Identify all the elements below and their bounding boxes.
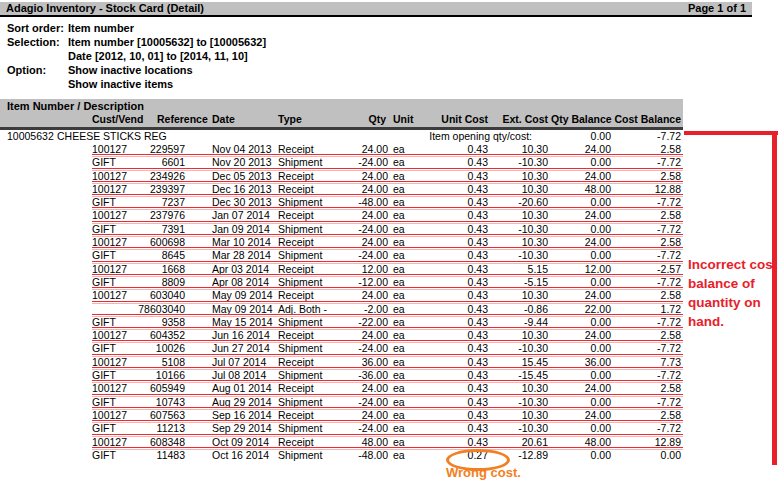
- cell-unit: ea: [393, 422, 405, 435]
- cell-qty: 24.00: [300, 170, 388, 183]
- table-row: GIFT 7237 Dec 30 2013 Shipment -48.00 ea…: [0, 196, 683, 209]
- cell-reference: 603040: [118, 289, 185, 302]
- cell-unit: ea: [393, 303, 405, 316]
- cell-qty: -24.00: [300, 249, 388, 262]
- cell-qty: -24.00: [300, 342, 388, 355]
- wrong-cost-note: Wrong cost.: [446, 465, 521, 480]
- cell-reference: 10026: [118, 342, 185, 355]
- cell-cost-balance: 2.58: [614, 236, 681, 249]
- table-row: 78603040 May 09 2014 Adj. Both - -2.00 e…: [0, 303, 683, 316]
- cell-ext-cost: -10.30: [493, 396, 548, 409]
- cell-cost-balance: 2.58: [614, 170, 681, 183]
- cell-date: Aug 01 2014: [212, 382, 272, 395]
- cell-unit-cost: 0.43: [430, 369, 488, 382]
- cell-unit-cost: 0.43: [430, 249, 488, 262]
- cell-qty-balance: 12.00: [551, 263, 611, 276]
- cell-qty: 24.00: [300, 382, 388, 395]
- cell-qty: -22.00: [300, 316, 388, 329]
- cell-qty-balance: 24.00: [551, 143, 611, 156]
- cell-unit-cost: 0.43: [430, 276, 488, 289]
- cell-unit: ea: [393, 409, 405, 422]
- page-number: Page 1 of 1: [688, 2, 746, 15]
- cell-qty-balance: 0.00: [551, 276, 611, 289]
- table-row: 100127 605949 Aug 01 2014 Receipt 24.00 …: [0, 382, 683, 395]
- cell-reference: 11213: [118, 422, 185, 435]
- cell-ext-cost: 10.30: [493, 209, 548, 222]
- cell-qty: -2.00: [300, 303, 388, 316]
- cell-qty-balance: 0.00: [551, 369, 611, 382]
- cell-reference: 605949: [118, 382, 185, 395]
- cost-balance-note: Incorrect cost balance of quantity on ha…: [688, 255, 783, 331]
- table-row: GIFT 7391 Jan 09 2014 Shipment -24.00 ea…: [0, 223, 683, 236]
- cell-reference: 7391: [118, 223, 185, 236]
- cell-date: May 09 2014: [212, 303, 273, 316]
- cell-unit-cost: 0.43: [430, 342, 488, 355]
- table-row: 100127 1668 Apr 03 2014 Receipt 12.00 ea…: [0, 263, 683, 276]
- cell-custvend: GIFT: [92, 316, 116, 329]
- table-row: GIFT 9358 May 15 2014 Shipment -22.00 ea…: [0, 316, 683, 329]
- cell-reference: 11483: [118, 449, 185, 462]
- cell-cost-balance: -7.72: [614, 342, 681, 355]
- cell-unit-cost: 0.43: [430, 196, 488, 209]
- cell-cost-balance: 2.58: [614, 143, 681, 156]
- cell-date: Jan 07 2014: [212, 209, 270, 222]
- cell-unit-cost: 0.43: [430, 156, 488, 169]
- col-cost-balance: Cost Balance: [614, 113, 681, 125]
- criteria-line: Option: Show inactive locations: [0, 63, 500, 77]
- cell-date: Jan 09 2014: [212, 223, 270, 236]
- cell-qty-balance: 36.00: [551, 356, 611, 369]
- cell-qty: 12.00: [300, 263, 388, 276]
- cell-qty-balance: 0.00: [551, 396, 611, 409]
- cell-date: May 15 2014: [212, 316, 273, 329]
- cell-cost-balance: 1.72: [614, 303, 681, 316]
- cell-unit-cost: 0.43: [430, 422, 488, 435]
- annotation-bracket-horizontal: [684, 131, 778, 135]
- cell-custvend: GIFT: [92, 196, 116, 209]
- cell-unit-cost: 0.43: [430, 436, 488, 449]
- cell-ext-cost: 10.30: [493, 329, 548, 342]
- cell-unit-cost: 0.43: [430, 209, 488, 222]
- cell-unit: ea: [393, 369, 405, 382]
- cell-date: Sep 29 2014: [212, 422, 272, 435]
- cell-qty-balance: 0.00: [551, 316, 611, 329]
- cell-ext-cost: -5.15: [493, 276, 548, 289]
- criteria-label: Sort order:: [7, 21, 64, 35]
- cell-reference: 229597: [118, 143, 185, 156]
- cell-unit-cost: 0.43: [430, 409, 488, 422]
- cell-unit: ea: [393, 382, 405, 395]
- cell-qty: -48.00: [300, 196, 388, 209]
- cell-cost-balance: 2.58: [614, 409, 681, 422]
- cell-custvend: GIFT: [92, 422, 116, 435]
- cell-ext-cost: 10.30: [493, 183, 548, 196]
- criteria-line: Show inactive items: [0, 77, 500, 91]
- cell-reference: 7237: [118, 196, 185, 209]
- cell-reference: 6601: [118, 156, 185, 169]
- cell-ext-cost: 5.15: [493, 263, 548, 276]
- cell-ext-cost: -0.86: [493, 303, 548, 316]
- table-row: 100127 600698 Mar 10 2014 Receipt 24.00 …: [0, 236, 683, 249]
- table-row: GIFT 10743 Aug 29 2014 Shipment -24.00 e…: [0, 396, 683, 409]
- cell-qty-balance: 0.00: [551, 249, 611, 262]
- cell-qty: -48.00: [300, 449, 388, 462]
- cell-unit-cost: 0.43: [430, 356, 488, 369]
- table-row: GIFT 11483 Oct 16 2014 Shipment -48.00 e…: [0, 449, 683, 462]
- item-opening-cost-balance: -7.72: [614, 130, 681, 142]
- stock-card-report-page: Adagio Inventory - Stock Card (Detail) P…: [0, 0, 784, 499]
- cell-cost-balance: -7.72: [614, 316, 681, 329]
- cell-date: Dec 30 2013: [212, 196, 272, 209]
- cell-reference: 237976: [118, 209, 185, 222]
- table-row: 100127 603040 May 09 2014 Receipt 24.00 …: [0, 289, 683, 302]
- cell-qty: -12.00: [300, 276, 388, 289]
- criteria-value: Show inactive items: [68, 77, 173, 91]
- cell-unit-cost: 0.43: [430, 223, 488, 236]
- cell-date: Sep 16 2014: [212, 409, 272, 422]
- cell-unit-cost: 0.43: [430, 316, 488, 329]
- cell-custvend: GIFT: [92, 156, 116, 169]
- col-type: Type: [278, 113, 302, 125]
- cell-qty-balance: 24.00: [551, 289, 611, 302]
- item-description: CHEESE STICKS REG: [57, 130, 167, 142]
- table-row: GIFT 10166 Jul 08 2014 Shipment -36.00 e…: [0, 369, 683, 382]
- cell-ext-cost: -10.30: [493, 342, 548, 355]
- cell-unit: ea: [393, 289, 405, 302]
- cell-qty: 24.00: [300, 289, 388, 302]
